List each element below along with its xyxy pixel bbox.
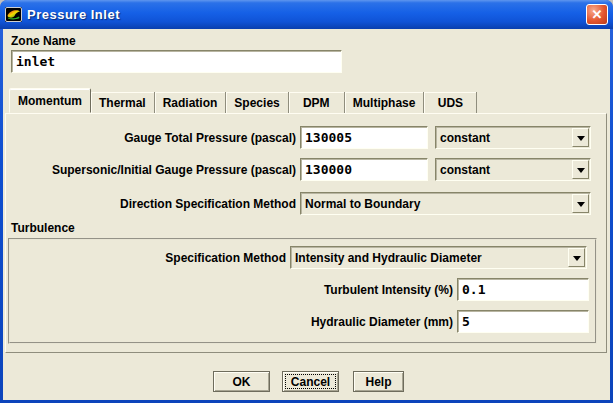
tab-dpm[interactable]: DPM [289,92,345,113]
chevron-down-icon [577,202,585,211]
tab-uds[interactable]: UDS [424,92,477,113]
turbulent-intensity-label: Turbulent Intensity (%) [3,283,453,297]
gauge-total-pressure-profile-dropdown[interactable]: constant [435,126,591,149]
turbulence-group-label: Turbulence [11,221,75,235]
supersonic-pressure-profile-value: constant [436,163,571,177]
dropdown-arrow-button[interactable] [572,128,589,147]
chevron-down-icon [577,136,585,145]
spec-method-value: Intensity and Hydraulic Diameter [291,251,567,265]
direction-method-dropdown[interactable]: Normal to Boundary [300,192,591,215]
supersonic-pressure-label: Supersonic/Initial Gauge Pressure (pasca… [3,163,296,177]
spec-method-label: Specification Method [3,251,286,265]
zone-name-fieldwrap [11,50,342,73]
turbulent-intensity-fieldwrap [457,278,589,301]
dropdown-arrow-button[interactable] [572,194,589,213]
supersonic-pressure-profile-dropdown[interactable]: constant [435,158,591,181]
gauge-total-pressure-input[interactable] [300,126,428,149]
turbulent-intensity-input[interactable] [457,278,589,301]
tab-thermal[interactable]: Thermal [91,92,155,113]
direction-method-label: Direction Specification Method [3,197,296,211]
supersonic-pressure-input[interactable] [300,158,428,181]
direction-method-value: Normal to Boundary [301,197,571,211]
tab-radiation[interactable]: Radiation [155,92,227,113]
tab-momentum[interactable]: Momentum [9,88,91,113]
spec-method-dropdown[interactable]: Intensity and Hydraulic Diameter [290,246,587,269]
dropdown-arrow-button[interactable] [568,248,585,267]
cancel-button[interactable]: Cancel [282,371,339,392]
gauge-total-pressure-fieldwrap [300,126,428,149]
window-title: Pressure Inlet [27,7,581,22]
gauge-total-pressure-label: Gauge Total Pressure (pascal) [3,131,296,145]
pressure-inlet-dialog: Pressure Inlet ✕ Zone Name Momentum Ther… [0,0,613,403]
hydraulic-diameter-fieldwrap [457,310,589,333]
zone-name-label: Zone Name [11,34,76,48]
supersonic-pressure-fieldwrap [300,158,428,181]
tab-multiphase[interactable]: Multiphase [345,92,425,113]
close-button[interactable]: ✕ [586,4,608,25]
tab-bar: Momentum Thermal Radiation Species DPM M… [9,88,477,113]
ok-button[interactable]: OK [213,371,270,392]
chevron-down-icon [577,168,585,177]
hydraulic-diameter-label: Hydraulic Diameter (mm) [3,315,453,329]
dropdown-arrow-button[interactable] [572,160,589,179]
tab-species[interactable]: Species [226,92,288,113]
chevron-down-icon [573,256,581,265]
help-button[interactable]: Help [353,371,404,392]
dialog-body: Zone Name Momentum Thermal Radiation Spe… [3,29,610,400]
zone-name-input[interactable] [11,50,342,73]
gauge-total-pressure-profile-value: constant [436,131,571,145]
title-bar[interactable]: Pressure Inlet ✕ [0,0,613,29]
hydraulic-diameter-input[interactable] [457,310,589,333]
fluent-app-icon [5,7,22,22]
